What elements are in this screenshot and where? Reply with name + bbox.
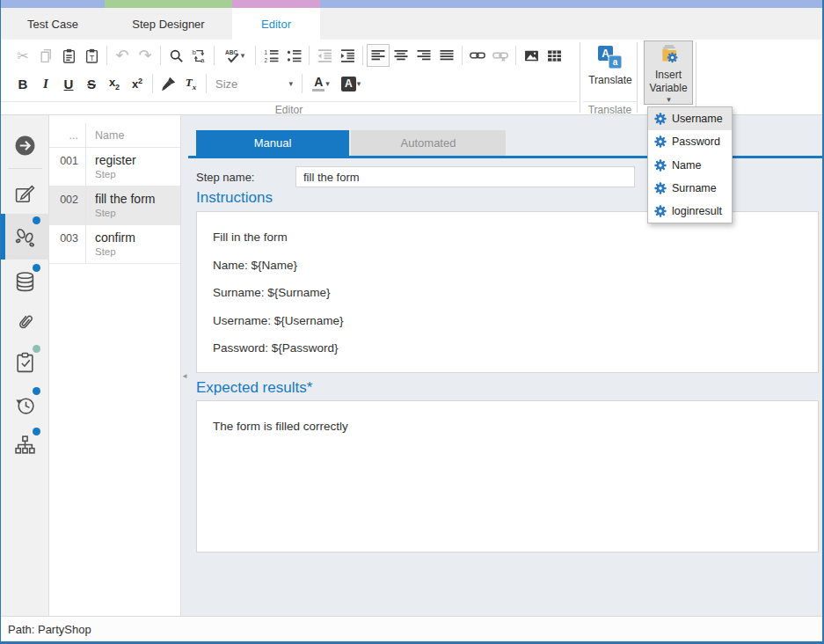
font-size-label: Size <box>215 77 237 91</box>
toolbar-separator <box>462 46 463 65</box>
expected-results-editor[interactable]: The form is filled correctly <box>196 400 819 553</box>
sidebar-item-steps[interactable] <box>1 214 49 260</box>
increase-indent-icon <box>340 48 355 63</box>
remove-format-button[interactable]: Tx <box>179 72 202 95</box>
align-right-button[interactable] <box>412 44 435 67</box>
panel-splitter[interactable]: ◄ <box>181 115 188 616</box>
numbered-list-button[interactable]: 12 <box>259 44 282 67</box>
footsteps-icon <box>13 225 37 249</box>
spellcheck-button[interactable]: ABC ▾ <box>218 44 252 67</box>
expected-line: The form is filled correctly <box>213 420 802 433</box>
replace-button[interactable]: ba <box>187 44 210 67</box>
background-color-button[interactable]: A ▾ <box>336 72 366 95</box>
insert-table-button[interactable] <box>543 44 565 67</box>
paste-text-button[interactable]: T <box>80 44 103 67</box>
dropdown-item-name[interactable]: Name <box>648 154 732 177</box>
step-name-input[interactable] <box>295 166 635 187</box>
translate-icon: A a <box>597 45 623 71</box>
format-painter-button[interactable] <box>157 72 179 95</box>
insert-image-button[interactable] <box>520 44 543 67</box>
search-icon <box>169 48 184 63</box>
variable-gear-icon <box>654 135 667 148</box>
align-center-button[interactable] <box>390 44 412 67</box>
align-left-icon <box>371 48 385 62</box>
toolbar-separator <box>106 46 107 65</box>
sidebar-item-history[interactable] <box>1 384 49 425</box>
copy-button[interactable] <box>34 44 57 67</box>
dropdown-item-loginresult[interactable]: loginresult <box>648 200 732 223</box>
italic-icon: I <box>43 77 48 91</box>
translate-button-label: Translate <box>588 74 632 87</box>
align-left-button[interactable] <box>367 44 390 67</box>
window-tab-bar: Test Case Step Designer Editor <box>1 8 822 40</box>
sidebar-item-checklist[interactable] <box>1 342 49 383</box>
sidebar-item-collapse[interactable] <box>1 128 49 163</box>
bullet-list-button[interactable] <box>282 44 305 67</box>
column-header-name[interactable]: Name <box>86 123 124 147</box>
collapse-arrow-icon[interactable]: ◄ <box>181 372 188 380</box>
top-color-strip <box>1 0 822 8</box>
redo-icon: ↷ <box>138 48 151 63</box>
sidebar-item-data[interactable] <box>1 261 49 302</box>
strikethrough-button[interactable]: S <box>80 72 103 95</box>
justify-button[interactable] <box>435 44 458 67</box>
unlink-button[interactable] <box>489 44 512 67</box>
step-row-confirm[interactable]: 003 confirmStep <box>49 225 180 264</box>
sidebar-item-hierarchy[interactable] <box>1 425 49 465</box>
tab-step-designer[interactable]: Step Designer <box>105 8 232 40</box>
bold-button[interactable]: B <box>11 72 34 95</box>
redo-button[interactable]: ↷ <box>134 44 157 67</box>
dropdown-item-surname[interactable]: Surname <box>648 177 732 200</box>
instructions-heading: Instructions <box>196 189 273 207</box>
tab-editor[interactable]: Editor <box>232 8 320 40</box>
app-window: Test Case Step Designer Editor ✂ T ↶ ↷ <box>0 0 824 644</box>
text-color-button[interactable]: A ▾ <box>306 72 336 95</box>
font-size-dropdown[interactable]: Size ▾ <box>210 73 298 94</box>
translate-button[interactable]: A a Translate <box>585 45 636 87</box>
decrease-indent-button[interactable] <box>313 44 336 67</box>
search-button[interactable] <box>164 44 187 67</box>
format-painter-icon <box>161 77 176 91</box>
insert-variable-dropdown: Username Password Name Surname loginresu… <box>647 106 733 223</box>
italic-button[interactable]: I <box>34 72 57 95</box>
instructions-editor[interactable]: Fill in the form Name: ${Name} Surname: … <box>196 211 819 373</box>
instruction-line: Password: ${Password} <box>213 341 802 355</box>
spellcheck-caret-icon: ▾ <box>241 52 245 60</box>
undo-button[interactable]: ↶ <box>111 44 134 67</box>
clipboard-check-icon <box>14 352 36 374</box>
underline-button[interactable]: U <box>57 72 80 95</box>
step-type: Step <box>95 169 136 179</box>
superscript-button[interactable]: x2 <box>126 72 149 95</box>
paste-button[interactable] <box>57 44 80 67</box>
tab-automated[interactable]: Automated <box>351 130 506 156</box>
steps-table: ... Name 001 registerStep 002 fill the f… <box>49 115 181 616</box>
badge-dot-blue <box>33 264 40 272</box>
insert-variable-label: InsertVariable <box>649 69 687 95</box>
edit-icon <box>14 184 36 206</box>
step-row-register[interactable]: 001 registerStep <box>49 148 180 187</box>
badge-dot-blue <box>33 216 40 224</box>
cut-button[interactable]: ✂ <box>11 44 34 67</box>
sidebar-item-attachments[interactable] <box>1 302 49 342</box>
dropdown-item-label: loginresult <box>672 205 722 217</box>
insert-variable-button[interactable]: InsertVariable ▾ <box>644 40 693 105</box>
spellcheck-icon: ABC <box>225 48 240 63</box>
sidebar-item-edit[interactable] <box>1 175 49 214</box>
strikethrough-icon: S <box>87 77 96 91</box>
insert-variable-caret-icon: ▾ <box>667 96 671 104</box>
step-row-fill-the-form[interactable]: 002 fill the formStep <box>49 187 180 225</box>
instruction-line: Surname: ${Surname} <box>213 286 802 299</box>
dropdown-item-password[interactable]: Password <box>648 130 732 153</box>
paste-icon <box>62 48 77 63</box>
tab-manual[interactable]: Manual <box>196 130 349 156</box>
tab-test-case[interactable]: Test Case <box>1 8 105 40</box>
dropdown-item-username[interactable]: Username <box>648 107 732 130</box>
increase-indent-button[interactable] <box>336 44 359 67</box>
variable-gear-icon <box>654 159 667 172</box>
link-button[interactable] <box>466 44 489 67</box>
subscript-button[interactable]: x2 <box>103 72 126 95</box>
step-type: Step <box>95 246 135 257</box>
dropdown-item-label: Surname <box>672 182 717 194</box>
column-header-menu[interactable]: ... <box>49 123 86 147</box>
ribbon-group-label-translate: Translate <box>583 101 637 116</box>
